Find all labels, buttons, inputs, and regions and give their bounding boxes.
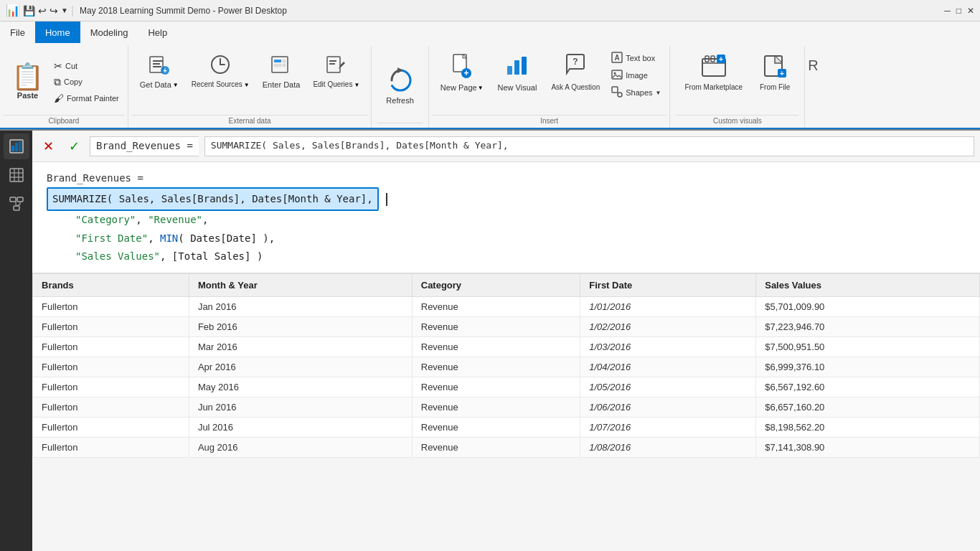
ask-question-icon: ? — [564, 53, 587, 82]
new-page-label: New Page — [440, 83, 477, 93]
svg-rect-14 — [329, 63, 335, 65]
formula-cancel-button[interactable]: ✕ — [38, 136, 58, 156]
table-cell: Fullerton — [33, 357, 189, 377]
svg-text:+: + — [780, 69, 784, 77]
recent-sources-button[interactable]: Recent Sources ▼ — [186, 49, 255, 93]
title-bar-icons: 📊 💾 ↩ ↪ ▼ | — [6, 4, 74, 17]
formula-confirm-button[interactable]: ✓ — [64, 136, 84, 156]
menu-modeling[interactable]: Modeling — [80, 22, 138, 43]
title-bar: 📊 💾 ↩ ↪ ▼ | May 2018 Learning Summit Dem… — [0, 0, 980, 22]
ribbon-group-insert: + New Page ▼ New Visual — [429, 46, 671, 128]
table-cell: $7,141,308.90 — [756, 437, 980, 457]
copy-button[interactable]: ⧉ Copy — [51, 75, 122, 90]
left-sidebar — [0, 131, 32, 551]
main-content: ✕ ✓ Brand_Revenues = SUMMARIZE( Sales, S… — [32, 131, 980, 551]
redo-icon[interactable]: ↪ — [50, 5, 58, 17]
table-cell: May 2016 — [189, 377, 412, 397]
svg-rect-38 — [11, 146, 14, 151]
image-button[interactable]: Image — [608, 67, 664, 83]
from-marketplace-button[interactable]: + From Marketplace — [679, 49, 748, 96]
svg-point-26 — [614, 72, 616, 75]
menu-help[interactable]: Help — [138, 22, 177, 43]
ribbon-group-clipboard: 📋 Paste ✂ Cut ⧉ Copy 🖌 Format Painter C — [0, 46, 128, 128]
table-cell: $8,198,562.20 — [756, 417, 980, 437]
svg-text:+: + — [463, 68, 468, 78]
svg-rect-43 — [17, 197, 23, 202]
svg-rect-21 — [522, 57, 527, 75]
svg-text:+: + — [163, 67, 167, 75]
refresh-button[interactable]: Refresh — [380, 62, 420, 110]
edit-queries-button[interactable]: Edit Queries ▼ — [307, 49, 365, 93]
enter-data-icon — [270, 53, 293, 79]
edit-queries-label: Edit Queries — [313, 80, 352, 89]
undo-icon[interactable]: ↩ — [38, 5, 47, 17]
menu-bar: File Home Modeling Help — [0, 22, 980, 43]
refresh-group-label — [377, 123, 423, 128]
sidebar-icon-table[interactable] — [4, 162, 29, 188]
from-file-button[interactable]: + From File — [754, 49, 796, 96]
code-line-2: SUMMARIZE( Sales, Sales[Brands], Dates[M… — [47, 187, 966, 211]
maximize-btn[interactable]: □ — [956, 6, 961, 16]
table-cell: Revenue — [412, 397, 580, 417]
close-btn[interactable]: ✕ — [967, 6, 974, 16]
paste-label: Paste — [17, 91, 38, 100]
from-marketplace-label: From Marketplace — [684, 83, 743, 92]
col-header-sales-values: Sales Values — [756, 273, 980, 296]
enter-data-button[interactable]: Enter Data — [257, 49, 306, 94]
minimize-btn[interactable]: ─ — [944, 6, 951, 16]
menu-file[interactable]: File — [0, 22, 35, 43]
table-cell: Fullerton — [33, 417, 189, 437]
code-highlight: SUMMARIZE( Sales, Sales[Brands], Dates[M… — [47, 187, 379, 211]
col-header-first-date: First Date — [580, 273, 756, 296]
paste-button[interactable]: 📋 Paste — [6, 49, 50, 115]
new-visual-button[interactable]: New Visual — [492, 49, 543, 97]
sidebar-icon-report[interactable] — [4, 133, 29, 159]
shapes-arrow: ▼ — [656, 90, 661, 96]
table-cell: $7,500,951.50 — [756, 336, 980, 357]
svg-rect-13 — [329, 60, 336, 62]
svg-rect-25 — [612, 70, 622, 79]
save-icon[interactable]: 💾 — [23, 5, 35, 17]
table-cell: $7,223,946.70 — [756, 316, 980, 336]
cut-icon: ✂ — [54, 60, 62, 72]
new-page-arrow: ▼ — [478, 85, 484, 91]
recent-sources-icon — [209, 53, 232, 79]
svg-marker-15 — [397, 67, 403, 73]
code-line-1: Brand_Revenues = — [47, 169, 966, 187]
format-painter-button[interactable]: 🖌 Format Painter — [51, 91, 122, 105]
get-data-icon: + — [148, 53, 171, 79]
menu-home[interactable]: Home — [35, 22, 80, 43]
custom-visuals-group-label: Custom visuals — [676, 115, 798, 128]
new-page-button[interactable]: + New Page ▼ — [435, 49, 489, 97]
table-cell: Fullerton — [33, 316, 189, 336]
table-cell: Fullerton — [33, 437, 189, 457]
table-row: FullertonJul 2016Revenue1/07/2016$8,198,… — [33, 417, 980, 437]
svg-rect-20 — [514, 60, 519, 75]
table-cell: $6,999,376.10 — [756, 357, 980, 377]
table-cell: 1/04/2016 — [580, 357, 756, 377]
ribbon-group-refresh: Refresh — [372, 46, 429, 128]
from-file-label: From File — [760, 83, 790, 92]
table-row: FullertonMay 2016Revenue1/05/2016$6,567,… — [33, 377, 980, 397]
svg-rect-39 — [15, 143, 18, 151]
formula-input[interactable]: SUMMARIZE( Sales, Sales[Brands], Dates[M… — [204, 136, 974, 156]
cut-button[interactable]: ✂ Cut — [51, 59, 122, 73]
text-box-button[interactable]: A Text box — [608, 50, 664, 66]
table-cell: 1/02/2016 — [580, 316, 756, 336]
svg-rect-27 — [612, 87, 618, 93]
app-icon: 📊 — [6, 4, 20, 17]
recent-sources-label: Recent Sources — [192, 80, 242, 89]
table-row: FullertonApr 2016Revenue1/04/2016$6,999,… — [33, 357, 980, 377]
dropdown-icon[interactable]: ▼ — [61, 6, 68, 14]
copy-icon: ⧉ — [54, 76, 61, 88]
sidebar-icon-model[interactable] — [4, 191, 29, 217]
table-cell: Mar 2016 — [189, 336, 412, 357]
ask-question-button[interactable]: ? Ask A Question — [545, 49, 606, 96]
shapes-button[interactable]: Shapes ▼ — [608, 85, 664, 100]
get-data-button[interactable]: + Get Data ▼ — [134, 49, 184, 94]
code-line-4: "First Date", MIN( Dates[Date] ), — [47, 230, 966, 248]
refresh-label: Refresh — [386, 96, 414, 105]
table-cell: Aug 2016 — [189, 437, 412, 457]
svg-text:?: ? — [573, 57, 578, 67]
table-cell: Revenue — [412, 437, 580, 457]
